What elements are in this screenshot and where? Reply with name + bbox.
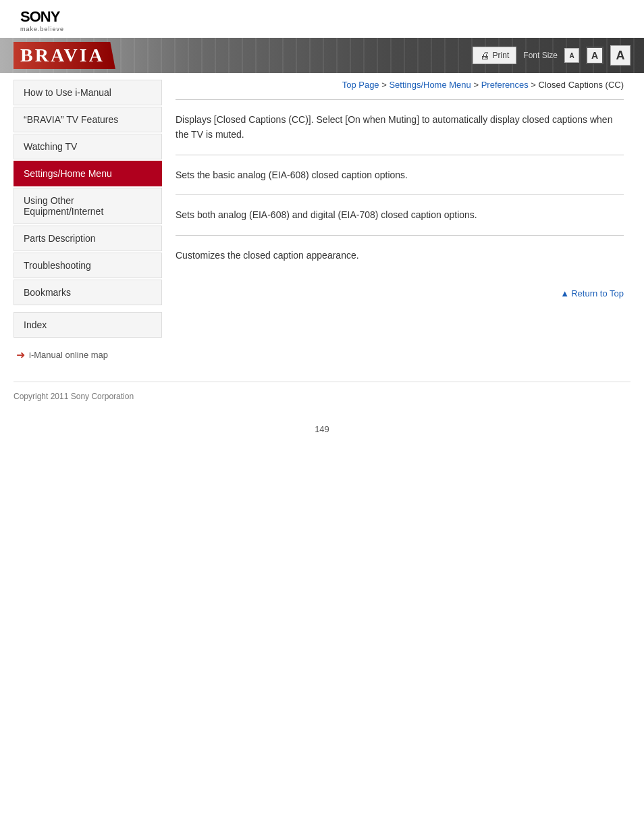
triangle-icon: ▲ bbox=[560, 288, 569, 298]
breadcrumb-preferences[interactable]: Preferences bbox=[481, 80, 529, 90]
online-map-link[interactable]: ➜ i-Manual online map bbox=[16, 348, 162, 361]
content-section-3: Sets both analog (EIA-608) and digital (… bbox=[176, 194, 624, 234]
content-section-4: Customizes the closed caption appearance… bbox=[176, 235, 624, 275]
breadcrumb-top-page[interactable]: Top Page bbox=[342, 80, 379, 90]
sidebar-item-watching-tv[interactable]: Watching TV bbox=[14, 134, 162, 159]
section-text-3: Sets both analog (EIA-608) and digital (… bbox=[176, 207, 624, 222]
breadcrumb-sep1: > bbox=[379, 80, 390, 90]
return-to-top: ▲Return to Top bbox=[176, 288, 624, 298]
sidebar-item-troubleshooting[interactable]: Troubleshooting bbox=[14, 253, 162, 278]
sidebar: How to Use i-Manual “BRAVIA” TV Features… bbox=[0, 73, 162, 368]
footer: Copyright 2011 Sony Corporation bbox=[14, 382, 630, 411]
font-small-button[interactable]: A bbox=[564, 48, 579, 63]
section-text-4: Customizes the closed caption appearance… bbox=[176, 248, 624, 263]
font-large-button[interactable]: A bbox=[610, 45, 630, 66]
print-icon: 🖨 bbox=[480, 50, 489, 61]
return-to-top-link[interactable]: ▲Return to Top bbox=[560, 288, 624, 298]
sony-header: SONY make.believe bbox=[0, 0, 644, 38]
content-section-1: Displays [Closed Captions (CC)]. Select … bbox=[176, 99, 624, 155]
section-text-1: Displays [Closed Captions (CC)]. Select … bbox=[176, 112, 624, 142]
banner-controls: 🖨 Print Font Size A A A bbox=[473, 45, 630, 66]
sidebar-item-parts-description[interactable]: Parts Description bbox=[14, 226, 162, 251]
breadcrumb-current: > Closed Captions (CC) bbox=[529, 80, 624, 90]
sidebar-item-using-other[interactable]: Using Other Equipment/Internet bbox=[14, 188, 162, 224]
sidebar-item-bookmarks[interactable]: Bookmarks bbox=[14, 280, 162, 305]
breadcrumb-settings-menu[interactable]: Settings/Home Menu bbox=[389, 80, 471, 90]
font-size-label: Font Size bbox=[523, 51, 558, 60]
section-text-2: Sets the basic analog (EIA-608) closed c… bbox=[176, 167, 624, 182]
breadcrumb-sep2: > bbox=[471, 80, 481, 90]
sony-logo: SONY make.believe bbox=[20, 8, 624, 32]
sidebar-item-how-to-use[interactable]: How to Use i-Manual bbox=[14, 80, 162, 105]
print-button[interactable]: 🖨 Print bbox=[473, 47, 517, 64]
sidebar-item-index[interactable]: Index bbox=[14, 312, 162, 338]
online-map-label: i-Manual online map bbox=[29, 350, 108, 360]
page-number: 149 bbox=[0, 411, 644, 441]
bravia-banner: BRAVIA 🖨 Print Font Size A A A bbox=[0, 38, 644, 73]
main-layout: How to Use i-Manual “BRAVIA” TV Features… bbox=[0, 73, 644, 368]
arrow-icon: ➜ bbox=[16, 348, 25, 361]
sidebar-item-settings-home[interactable]: Settings/Home Menu bbox=[14, 161, 162, 186]
sidebar-item-bravia-features[interactable]: “BRAVIA” TV Features bbox=[14, 107, 162, 132]
font-medium-button[interactable]: A bbox=[586, 47, 603, 64]
bravia-title: BRAVIA bbox=[14, 42, 115, 69]
copyright-text: Copyright 2011 Sony Corporation bbox=[14, 392, 134, 401]
breadcrumb: Top Page > Settings/Home Menu > Preferen… bbox=[176, 73, 624, 99]
content-area: Top Page > Settings/Home Menu > Preferen… bbox=[162, 73, 644, 368]
content-section-2: Sets the basic analog (EIA-608) closed c… bbox=[176, 155, 624, 194]
